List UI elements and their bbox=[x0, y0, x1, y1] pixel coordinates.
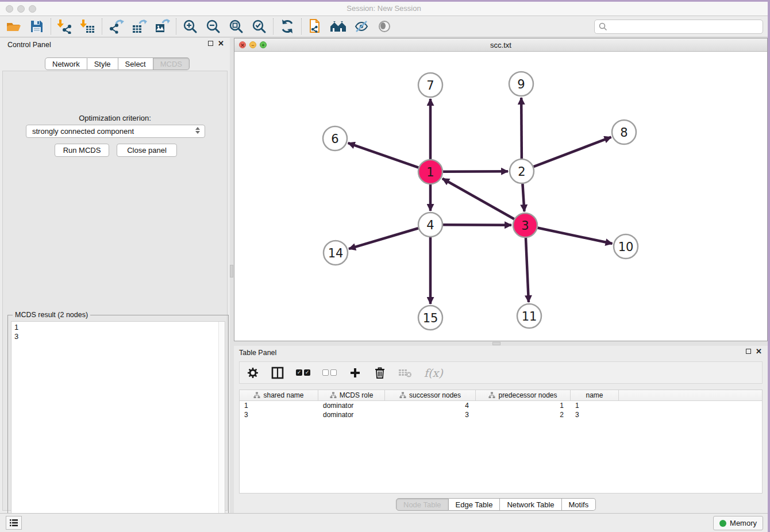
tab-select[interactable]: Select bbox=[118, 57, 153, 70]
close-table-panel-icon[interactable]: ✕ bbox=[756, 349, 762, 354]
table-row[interactable]: 3dominator323 bbox=[240, 410, 762, 419]
table-cell[interactable]: dominator bbox=[318, 410, 385, 419]
network-window-title: scc.txt bbox=[234, 41, 767, 49]
control-panel: Control Panel ✕ Network Style Select MCD… bbox=[0, 38, 230, 513]
tab-network-table[interactable]: Network Table bbox=[500, 498, 561, 511]
zoom-selected-icon[interactable] bbox=[248, 17, 271, 36]
table-cell[interactable]: 1 bbox=[476, 401, 571, 410]
tab-network[interactable]: Network bbox=[45, 57, 87, 70]
graph-edge-1-2[interactable] bbox=[443, 171, 508, 172]
refresh-icon[interactable] bbox=[276, 17, 299, 36]
table-panel-header: Table Panel ✕ bbox=[234, 346, 768, 360]
table-tabs: Node Table Edge Table Network Table Moti… bbox=[396, 498, 596, 511]
export-image-icon[interactable] bbox=[151, 17, 174, 36]
graph-node-label: 14 bbox=[328, 246, 344, 260]
tab-mcds[interactable]: MCDS bbox=[153, 57, 190, 70]
open-session-icon[interactable] bbox=[2, 17, 25, 36]
control-panel-tabs: Network Style Select MCDS bbox=[45, 57, 190, 70]
zoom-fit-icon[interactable] bbox=[225, 17, 248, 36]
search-input[interactable] bbox=[610, 20, 763, 33]
application-window: Session: New Session bbox=[0, 2, 768, 532]
bird-eye-icon[interactable] bbox=[373, 17, 396, 36]
mcds-panel-content: Optimization criterion: strongly connect… bbox=[2, 71, 228, 511]
graph-edge-2-8[interactable] bbox=[534, 137, 611, 167]
tab-edge-table[interactable]: Edge Table bbox=[449, 498, 500, 511]
horizontal-splitter-handle[interactable] bbox=[492, 342, 500, 345]
delete-icon[interactable] bbox=[374, 366, 386, 380]
graph-edge-1-6[interactable] bbox=[348, 143, 419, 168]
toolbar-separator bbox=[51, 18, 51, 34]
graph-node-label: 11 bbox=[522, 310, 537, 323]
memory-button[interactable]: Memory bbox=[713, 516, 763, 530]
float-table-panel-icon[interactable] bbox=[746, 349, 751, 354]
close-panel-icon[interactable]: ✕ bbox=[218, 41, 224, 46]
export-table-icon[interactable] bbox=[128, 17, 151, 36]
mcds-result-fieldset: MCDS result (2 nodes) 1 3 bbox=[7, 315, 229, 532]
graph-edge-2-3[interactable] bbox=[522, 184, 524, 211]
add-column-icon[interactable] bbox=[349, 366, 361, 380]
table-header-row: shared nameMCDS rolesuccessor nodesprede… bbox=[240, 390, 762, 401]
table-body: 1dominator4113dominator323 bbox=[240, 401, 762, 419]
vertical-splitter-handle[interactable] bbox=[230, 265, 233, 277]
table-cell[interactable]: 2 bbox=[476, 410, 571, 419]
zoom-in-icon[interactable] bbox=[179, 17, 202, 36]
search-field[interactable] bbox=[594, 20, 763, 34]
table-row[interactable]: 1dominator411 bbox=[240, 401, 762, 410]
column-header-successor-nodes[interactable]: successor nodes bbox=[385, 390, 476, 400]
import-network-icon[interactable] bbox=[53, 17, 76, 36]
run-mcds-button[interactable]: Run MCDS bbox=[55, 144, 109, 157]
network-window-titlebar[interactable]: ✕ − + scc.txt bbox=[234, 38, 767, 52]
criterion-value: strongly connected component bbox=[32, 127, 134, 136]
graph-node-label: 6 bbox=[331, 132, 338, 146]
column-header-name[interactable]: name bbox=[571, 390, 619, 400]
graph-node-label: 9 bbox=[517, 78, 525, 91]
tab-node-table[interactable]: Node Table bbox=[396, 498, 449, 511]
graph-edge-4-14[interactable] bbox=[349, 228, 418, 249]
graph-edge-2-9[interactable] bbox=[521, 98, 522, 159]
float-panel-icon[interactable] bbox=[208, 41, 213, 46]
mcds-result-title: MCDS result (2 nodes) bbox=[13, 311, 90, 319]
status-bar: Memory bbox=[0, 513, 768, 532]
home-icon[interactable] bbox=[327, 17, 350, 36]
search-icon bbox=[599, 22, 607, 31]
network-graph[interactable]: 7968124314101511 bbox=[234, 52, 767, 341]
column-header-predecessor-nodes[interactable]: predecessor nodes bbox=[476, 390, 571, 400]
result-line: 1 bbox=[14, 323, 222, 332]
table-cell[interactable]: 1 bbox=[240, 401, 318, 410]
task-history-button[interactable] bbox=[6, 516, 22, 530]
delete-table-icon bbox=[398, 366, 412, 380]
toolbar-separator bbox=[102, 18, 102, 34]
window-title: Session: New Session bbox=[0, 4, 768, 13]
import-table-icon[interactable] bbox=[76, 17, 99, 36]
column-header-MCDS-role[interactable]: MCDS role bbox=[318, 390, 385, 400]
network-clone-icon[interactable] bbox=[304, 17, 327, 36]
criterion-select[interactable]: strongly connected component bbox=[26, 125, 205, 138]
zoom-out-icon[interactable] bbox=[202, 17, 225, 36]
result-scrollbar[interactable] bbox=[218, 322, 225, 530]
mcds-result-list[interactable]: 1 3 bbox=[11, 321, 225, 530]
graph-edge-3-1[interactable] bbox=[442, 179, 514, 219]
graph-edge-4-3[interactable] bbox=[443, 225, 511, 225]
column-header-shared-name[interactable]: shared name bbox=[240, 390, 318, 400]
table-cell[interactable]: dominator bbox=[318, 401, 385, 410]
gear-icon[interactable] bbox=[247, 366, 259, 380]
save-session-icon[interactable] bbox=[25, 17, 48, 36]
control-panel-title: Control Panel bbox=[7, 41, 51, 49]
graph-edge-3-11[interactable] bbox=[526, 238, 529, 302]
select-all-icon[interactable]: ✓✓ bbox=[296, 366, 310, 380]
hide-graphics-icon[interactable] bbox=[350, 17, 373, 36]
graph-node-label: 10 bbox=[618, 240, 634, 254]
table-cell[interactable]: 3 bbox=[385, 410, 476, 419]
export-network-icon[interactable] bbox=[105, 17, 128, 36]
column-panel-icon[interactable] bbox=[271, 366, 284, 380]
table-cell[interactable]: 3 bbox=[240, 410, 318, 419]
table-cell[interactable]: 1 bbox=[571, 401, 619, 410]
close-panel-button[interactable]: Close panel bbox=[117, 144, 177, 157]
table-cell[interactable]: 3 bbox=[571, 410, 619, 419]
table-cell[interactable]: 4 bbox=[385, 401, 476, 410]
tab-style[interactable]: Style bbox=[87, 57, 118, 70]
deselect-all-icon[interactable] bbox=[322, 366, 337, 380]
graph-edge-3-10[interactable] bbox=[538, 228, 613, 244]
result-line: 3 bbox=[14, 332, 222, 341]
tab-motifs[interactable]: Motifs bbox=[562, 498, 596, 511]
